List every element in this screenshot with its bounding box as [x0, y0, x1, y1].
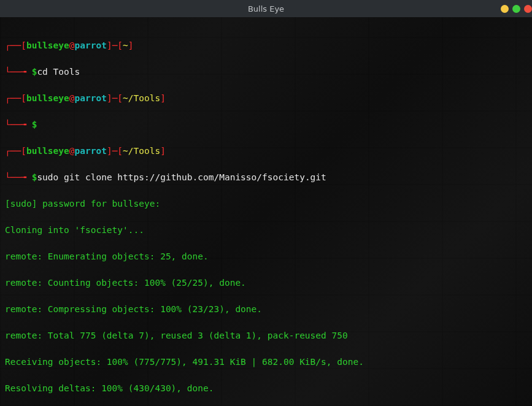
output-line: remote: Enumerating objects: 25, done.: [5, 250, 527, 264]
window-buttons: [501, 5, 528, 13]
output-line: Receiving objects: 100% (775/775), 491.3…: [5, 356, 527, 369]
minimize-button[interactable]: [501, 5, 509, 13]
close-button[interactable]: [524, 5, 532, 13]
prompt-path: ~: [123, 40, 128, 50]
command-text: cd Tools: [37, 67, 80, 77]
maximize-button[interactable]: [512, 5, 520, 13]
output-line: Cloning into 'fsociety'...: [5, 224, 527, 237]
output-line: remote: Compressing objects: 100% (23/23…: [5, 303, 527, 316]
prompt-rbr2: ]: [128, 40, 134, 50]
command-line: └──╼ $cd Tools: [5, 66, 527, 79]
prompt-user: bullseye: [26, 40, 69, 50]
window-title: Bulls Eye: [248, 4, 284, 13]
output-line: remote: Counting objects: 100% (25/25), …: [5, 277, 527, 290]
prompt-line: ┌──[bullseye@parrot]─[~]: [5, 39, 527, 53]
prompt-lbr2: [: [117, 40, 123, 50]
prompt-path: ~/Tools: [123, 93, 160, 103]
command-line: └──╼ $: [5, 118, 527, 132]
prompt-elbow: └──╼: [5, 67, 26, 77]
prompt-corner: ┌──[: [5, 40, 26, 50]
output-line: Resolving deltas: 100% (430/430), done.: [5, 382, 527, 396]
output-line: [sudo] password for bullseye:: [5, 197, 527, 211]
prompt-host: parrot: [75, 40, 107, 50]
prompt-line: ┌──[bullseye@parrot]─[~/Tools]: [5, 92, 527, 105]
titlebar: Bulls Eye: [0, 0, 532, 17]
prompt-at: @: [69, 40, 75, 50]
command-text: sudo git clone https://github.com/Maniss…: [37, 172, 326, 182]
prompt-rbr: ]: [107, 40, 112, 50]
prompt-dollar: $: [26, 67, 37, 77]
command-line: └──╼ $sudo git clone https://github.com/…: [5, 171, 527, 185]
terminal[interactable]: ┌──[bullseye@parrot]─[~] └──╼ $cd Tools …: [0, 17, 532, 406]
output-line: remote: Total 775 (delta 7), reused 3 (d…: [5, 329, 527, 343]
prompt-line: ┌──[bullseye@parrot]─[~/Tools]: [5, 145, 527, 158]
